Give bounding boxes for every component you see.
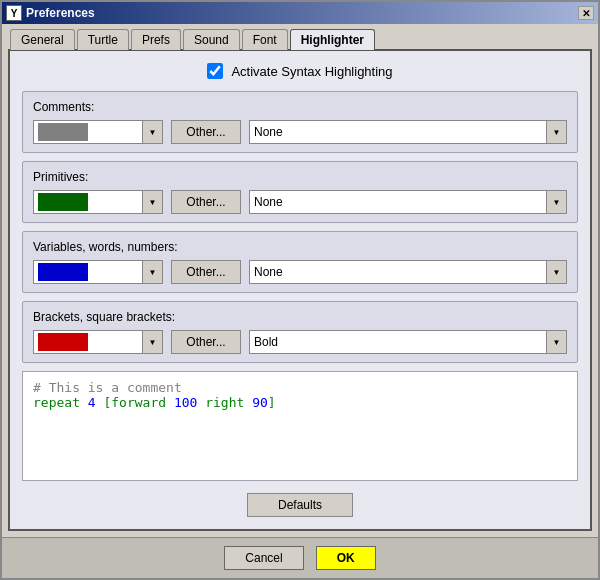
brackets-color-dropdown[interactable]: ▼ [33,330,163,354]
brackets-section: Brackets, square brackets: ▼ Other... Bo… [22,301,578,363]
primitives-color-swatch [38,193,88,211]
brackets-color-arrow[interactable]: ▼ [142,331,162,353]
activate-checkbox[interactable] [207,63,223,79]
comments-style-value: None [254,125,546,139]
brackets-style-arrow[interactable]: ▼ [546,331,566,353]
tab-highlighter[interactable]: Highlighter [290,29,375,50]
brackets-style-value: Bold [254,335,546,349]
brackets-style-dropdown[interactable]: Bold ▼ [249,330,567,354]
comments-style-dropdown[interactable]: None ▼ [249,120,567,144]
variables-color-arrow[interactable]: ▼ [142,261,162,283]
comments-style-arrow[interactable]: ▼ [546,121,566,143]
preview-right-number: 90 [252,395,268,410]
primitives-color-arrow[interactable]: ▼ [142,191,162,213]
tab-turtle[interactable]: Turtle [77,29,129,50]
comments-section: Comments: ▼ Other... None ▼ [22,91,578,153]
preview-keyword: repeat [33,395,88,410]
comments-color-dropdown[interactable]: ▼ [33,120,163,144]
window-title: Preferences [26,6,95,20]
preview-bracket-close: ] [268,395,276,410]
activate-row: Activate Syntax Highlighting [22,63,578,79]
preview-comment-text: # This is a comment [33,380,182,395]
preview-repeat-number: 4 [88,395,96,410]
variables-style-dropdown[interactable]: None ▼ [249,260,567,284]
ok-button[interactable]: OK [316,546,376,570]
variables-controls: ▼ Other... None ▼ [33,260,567,284]
primitives-style-dropdown[interactable]: None ▼ [249,190,567,214]
tab-prefs[interactable]: Prefs [131,29,181,50]
tab-font[interactable]: Font [242,29,288,50]
defaults-row: Defaults [22,493,578,517]
defaults-button[interactable]: Defaults [247,493,353,517]
primitives-style-arrow[interactable]: ▼ [546,191,566,213]
brackets-title: Brackets, square brackets: [33,310,567,324]
brackets-controls: ▼ Other... Bold ▼ [33,330,567,354]
variables-style-value: None [254,265,546,279]
title-bar-left: Y Preferences [6,5,95,21]
main-window: Y Preferences ✕ General Turtle Prefs Sou… [0,0,600,580]
primitives-controls: ▼ Other... None ▼ [33,190,567,214]
preview-code-line: repeat 4 [forward 100 right 90] [33,395,567,410]
footer: Cancel OK [2,537,598,578]
variables-style-arrow[interactable]: ▼ [546,261,566,283]
preview-box: # This is a comment repeat 4 [forward 10… [22,371,578,481]
comments-other-button[interactable]: Other... [171,120,241,144]
app-icon: Y [6,5,22,21]
primitives-title: Primitives: [33,170,567,184]
variables-color-dropdown[interactable]: ▼ [33,260,163,284]
close-button[interactable]: ✕ [578,6,594,20]
tab-content: Activate Syntax Highlighting Comments: ▼… [8,49,592,531]
comments-title: Comments: [33,100,567,114]
preview-forward: forward [111,395,174,410]
comments-color-swatch [38,123,88,141]
comments-color-arrow[interactable]: ▼ [142,121,162,143]
tab-sound[interactable]: Sound [183,29,240,50]
title-bar: Y Preferences ✕ [2,2,598,24]
preview-comment-line: # This is a comment [33,380,567,395]
preview-forward-number: 100 [174,395,197,410]
tab-general[interactable]: General [10,29,75,50]
tab-bar: General Turtle Prefs Sound Font Highligh… [2,24,598,49]
primitives-other-button[interactable]: Other... [171,190,241,214]
cancel-button[interactable]: Cancel [224,546,303,570]
primitives-style-value: None [254,195,546,209]
activate-label: Activate Syntax Highlighting [231,64,392,79]
brackets-other-button[interactable]: Other... [171,330,241,354]
variables-color-swatch [38,263,88,281]
comments-controls: ▼ Other... None ▼ [33,120,567,144]
variables-section: Variables, words, numbers: ▼ Other... No… [22,231,578,293]
variables-title: Variables, words, numbers: [33,240,567,254]
brackets-color-swatch [38,333,88,351]
activate-checkbox-wrapper[interactable] [207,63,223,79]
primitives-color-dropdown[interactable]: ▼ [33,190,163,214]
variables-other-button[interactable]: Other... [171,260,241,284]
preview-right: right [197,395,252,410]
primitives-section: Primitives: ▼ Other... None ▼ [22,161,578,223]
